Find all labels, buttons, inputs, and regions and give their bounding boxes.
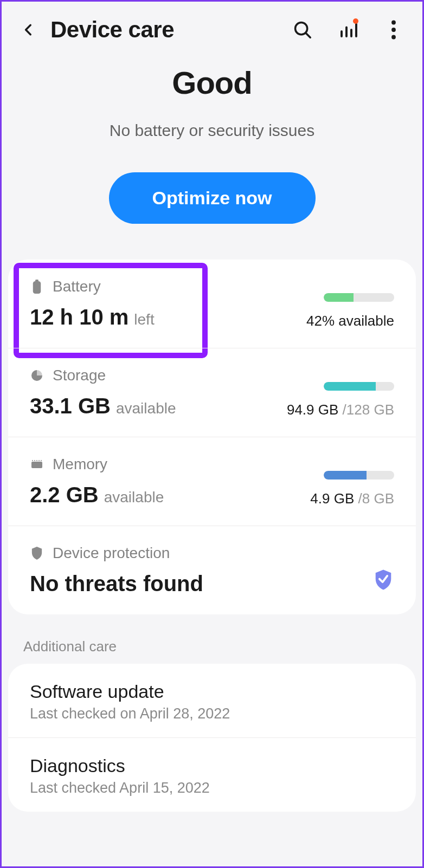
memory-value: 2.2 GB (30, 483, 99, 507)
svg-point-8 (391, 35, 396, 40)
memory-bar (324, 471, 394, 480)
battery-suffix: left (134, 311, 154, 328)
battery-bar-fill (324, 293, 354, 302)
battery-percent: 42% available (306, 313, 394, 329)
memory-total: 8 GB (362, 490, 394, 507)
battery-label: Battery (53, 278, 101, 295)
storage-usage: 94.9 GB /128 GB (287, 401, 394, 418)
storage-used: 94.9 GB (287, 401, 338, 418)
back-button[interactable] (18, 19, 40, 41)
svg-rect-9 (33, 281, 41, 294)
notification-dot-icon (353, 18, 358, 24)
protection-label: Device protection (53, 545, 170, 562)
metrics-card: Battery 12 h 10 m left 42% available Sto… (8, 260, 416, 614)
battery-bar (324, 293, 394, 302)
search-button[interactable] (290, 17, 315, 42)
svg-rect-10 (35, 280, 38, 282)
software-update-sub: Last checked on April 28, 2022 (30, 705, 394, 722)
diagnostics-row[interactable]: Diagnostics Last checked April 15, 2022 (8, 738, 416, 812)
protection-row[interactable]: Device protection No threats found (8, 526, 416, 614)
storage-icon (30, 368, 44, 383)
svg-rect-11 (31, 462, 42, 468)
protection-status: No threats found (30, 572, 203, 596)
memory-icon (30, 457, 44, 471)
more-button[interactable] (381, 17, 406, 42)
more-vertical-icon (391, 20, 396, 40)
memory-row[interactable]: Memory 2.2 GB available 4.9 GB /8 GB (8, 437, 416, 526)
diagnostics-title: Diagnostics (30, 755, 394, 776)
svg-point-7 (391, 28, 396, 32)
app-header: Device care (2, 2, 422, 54)
software-update-row[interactable]: Software update Last checked on April 28… (8, 664, 416, 738)
storage-total: 128 GB (346, 401, 394, 418)
memory-label: Memory (53, 456, 107, 473)
battery-row[interactable]: Battery 12 h 10 m left 42% available (8, 260, 416, 348)
software-update-title: Software update (30, 681, 394, 702)
storage-label: Storage (53, 367, 106, 384)
additional-care-label: Additional care (2, 614, 422, 664)
memory-suffix: available (104, 489, 164, 506)
memory-usage: 4.9 GB /8 GB (310, 490, 394, 507)
battery-time: 12 h 10 m (30, 305, 129, 329)
shield-check-icon (372, 569, 394, 591)
memory-used: 4.9 GB (310, 490, 354, 507)
memory-bar-fill (324, 471, 367, 480)
usage-button[interactable] (336, 17, 361, 42)
page-title: Device care (50, 17, 269, 43)
svg-point-6 (391, 21, 396, 25)
svg-line-1 (306, 33, 310, 37)
storage-bar (324, 382, 394, 391)
battery-icon (30, 280, 44, 294)
storage-row[interactable]: Storage 33.1 GB available 94.9 GB /128 G… (8, 348, 416, 437)
shield-icon (30, 546, 44, 560)
storage-bar-fill (324, 382, 376, 391)
status-subtitle: No battery or security issues (18, 121, 406, 140)
status-block: Good No battery or security issues Optim… (2, 54, 422, 251)
additional-card: Software update Last checked on April 28… (8, 664, 416, 812)
storage-suffix: available (116, 400, 176, 417)
storage-value: 33.1 GB (30, 394, 111, 418)
search-icon (292, 20, 313, 40)
status-title: Good (18, 64, 406, 101)
optimize-button[interactable]: Optimize now (109, 172, 316, 224)
chevron-left-icon (22, 20, 36, 40)
diagnostics-sub: Last checked April 15, 2022 (30, 780, 394, 796)
